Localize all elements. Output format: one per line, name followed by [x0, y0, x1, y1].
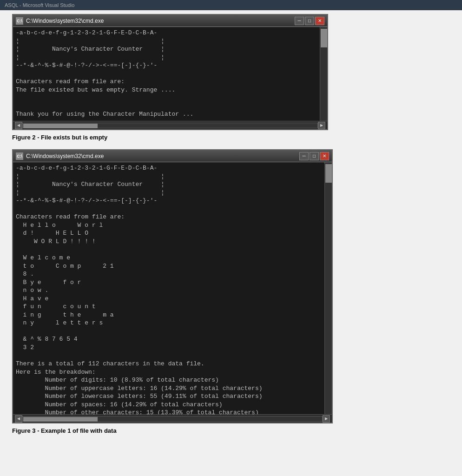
figure3-hscroll-thumb[interactable] [23, 417, 98, 422]
figure3-window: C:\ C:\Windows\system32\cmd.exe ─ □ ✕ -a… [12, 149, 333, 423]
figure3-hscroll-left[interactable]: ◀ [15, 415, 22, 423]
figure3-minimize-button[interactable]: ─ [299, 152, 309, 160]
figure3-titlebar-text: C:\Windows\system32\cmd.exe [26, 153, 299, 159]
figure3-console-text: -a-b-c-d-e-f-g-1-2-3-2-1-G-F-E-D-C-B-A- … [16, 164, 323, 423]
figure2-maximize-button[interactable]: □ [305, 17, 314, 25]
figure2-scrollbar-thumb[interactable] [321, 29, 327, 47]
figure2-hscroll-right[interactable]: ▶ [318, 122, 325, 129]
figure2-hscroll-track[interactable] [22, 123, 318, 128]
top-bar-text: ASQL - Microsoft Visual Studio [5, 2, 74, 8]
figure2-titlebar: C:\ C:\Windows\system32\cmd.exe ─ □ ✕ [13, 15, 327, 27]
figure3-titlebar-buttons: ─ □ ✕ [299, 152, 329, 160]
figure3-scrollbar-thumb[interactable] [325, 164, 332, 183]
figure3-titlebar: C:\ C:\Windows\system32\cmd.exe ─ □ ✕ [13, 150, 332, 162]
figure2-hscroll-left[interactable]: ◀ [15, 122, 22, 129]
figure2-caption: Figure 2 - File exists but is empty [12, 134, 450, 141]
figure3-maximize-button[interactable]: □ [310, 152, 319, 160]
figure2-titlebar-icon: C:\ [16, 17, 23, 25]
top-bar: ASQL - Microsoft Visual Studio [0, 0, 462, 10]
figure3-titlebar-icon: C:\ [16, 152, 23, 160]
figure2-window-body: -a-b-c-d-e-f-g-1-2-3-2-1-G-F-E-D-C-B-A- … [13, 27, 327, 129]
figure2-minimize-button[interactable]: ─ [295, 17, 304, 25]
figure3-caption: Figure 3 - Example 1 of file with data [12, 427, 450, 434]
figure3-hscroll-right[interactable]: ▶ [323, 415, 330, 423]
figure3-hscroll-track[interactable] [22, 416, 323, 422]
figure3-scrollbar[interactable] [324, 162, 332, 414]
figure2-titlebar-text: C:\Windows\system32\cmd.exe [26, 18, 295, 24]
figure2-hscrollbar-area: ◀ ▶ [13, 121, 327, 129]
figure2-hscroll-thumb[interactable] [23, 124, 98, 128]
figure2-close-button[interactable]: ✕ [315, 17, 324, 25]
figure2-titlebar-buttons: ─ □ ✕ [295, 17, 324, 25]
figure3-hscrollbar-area: ◀ ▶ [13, 414, 332, 423]
figure2-scrollbar[interactable] [320, 27, 327, 121]
figure3-close-button[interactable]: ✕ [320, 152, 329, 160]
figure3-window-body: -a-b-c-d-e-f-g-1-2-3-2-1-G-F-E-D-C-B-A- … [13, 162, 332, 423]
figure2-console-text: -a-b-c-d-e-f-g-1-2-3-2-1-G-F-E-D-C-B-A- … [16, 29, 318, 119]
figure2-window: C:\ C:\Windows\system32\cmd.exe ─ □ ✕ -a… [12, 14, 328, 130]
